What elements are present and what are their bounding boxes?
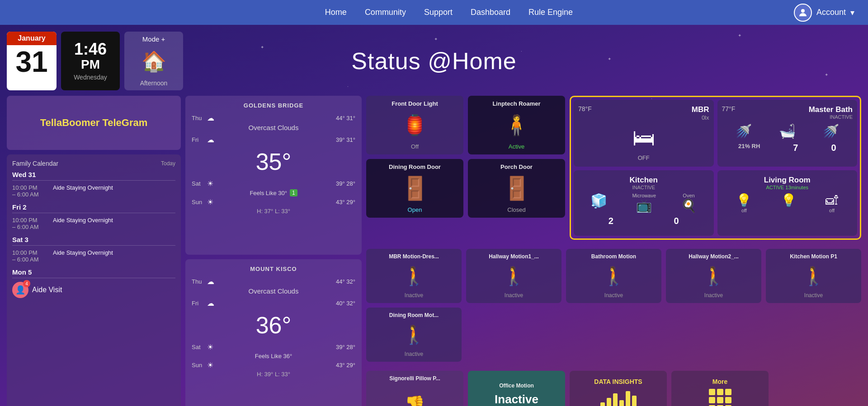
front-door-icon: 🏮 [402,109,427,141]
cal-date-mon: Mon 5 [12,268,175,278]
nav-home[interactable]: Home [325,8,347,17]
linptech-icon: 🧍 [504,109,529,141]
cal-event-1: 10:00 PM– 6:00 AM Aide Staying Overnight [12,215,175,232]
porch-door-status: Closed [507,206,525,213]
data-insights-tile[interactable]: DATA INSIGHTS [570,371,667,406]
hallway2-motion-icon: 🚶 [703,266,725,287]
dining-motion-tile[interactable]: Dining Room Mot... 🚶 Inactive [366,308,462,362]
bathroom-motion-status: Inactive [604,292,623,299]
mbr-icons: 🛏 [578,125,709,151]
master-bath-val2: 0 [831,143,836,153]
cal-avatar-row: 👤 4 Aide Visit [12,282,175,298]
porch-door-icon: 🚪 [503,172,531,205]
door-rooms-grid: Front Door Light 🏮 Off Dining Room Door … [366,96,861,240]
master-bath-rh: 21% RH [738,143,760,149]
mode-label: Mode + [142,35,165,43]
nav-dashboard[interactable]: Dashboard [471,8,510,17]
bar-6 [632,396,637,406]
more-label: More [712,378,727,385]
linptech-tile[interactable]: Linptech Roamer 🧍 Active [468,96,565,154]
bathroom-motion-icon: 🚶 [603,266,625,287]
pillow-tile[interactable]: Signorelli Pillow P... 👎 [366,371,463,406]
bathroom-motion-tile[interactable]: Bathroom Motion 🚶 Inactive [566,249,661,303]
svg-point-0 [801,9,805,13]
status-title: Status @Home [351,47,516,75]
account-chevron[interactable]: ▾ [850,8,854,18]
kitchen-motion-tile[interactable]: Kitchen Motion P1 🚶 Inactive [766,249,861,303]
hallway2-motion-status: Inactive [704,292,723,299]
master-bath-icon2: 🛁 [779,123,796,139]
account-menu[interactable]: Account ▾ [794,4,854,22]
nav-rule-engine[interactable]: Rule Engine [528,8,573,17]
bar-5 [626,391,630,406]
mbr-motion-tile[interactable]: MBR Motion-Dres... 🚶 Inactive [366,249,462,303]
mbr-temp: 78°F [578,105,592,112]
cal-avatar-badge: 4 [23,280,30,287]
weather-mk-fri: Fri ☁ 40° 32° [192,298,355,309]
bathroom-motion-label: Bathroom Motion [591,253,636,260]
dining-motion-label: Dining Room Mot... [389,312,439,318]
master-bath-icon1: 🚿 [735,123,752,139]
living-room-tile[interactable]: Living Room ACTIVE 13minutes 💡 off [717,170,858,236]
telegram-widget: TellaBoomer TeleGram [7,96,181,150]
main-grid: TellaBoomer TeleGram Family Calendar Tod… [7,96,861,406]
master-bath-val1: 7 [793,143,798,153]
pillow-icon: 👎 [405,395,425,406]
kitchen-motion-icon: 🚶 [802,266,825,287]
calendar-month: January [7,32,57,45]
cal-event-0: 10:00 PM– 6:00 AM Aide Staying Overnight [12,182,175,200]
weather-forecast-sat: Sat ☀ 39° 28° [192,178,355,189]
motion-tiles-row: MBR Motion-Dres... 🚶 Inactive Hallway Mo… [366,249,861,362]
mbr-name: MBR [692,105,709,114]
dining-room-door-tile[interactable]: Dining Room Door 🚪 Open [366,159,463,218]
living-room-sofa: 🛋 [826,193,838,208]
hallway1-motion-tile[interactable]: Hallway Motion1_... 🚶 Inactive [466,249,561,303]
weather-mk-location: MOUNT KISCO [192,266,355,272]
weather-mk-feels: Feels Like 36° [192,353,355,359]
mbr-motion-icon: 🚶 [403,266,425,287]
linptech-porch-col: Linptech Roamer 🧍 Active Porch Door 🚪 Cl… [468,96,565,240]
mbr-lux: 0lx [692,114,709,121]
porch-door-tile[interactable]: Porch Door 🚪 Closed [468,159,565,218]
mbr-room-tile[interactable]: 78°F MBR 0lx 🛏 OFF [574,100,714,167]
kitchen-tile[interactable]: Kitchen INACTIVE 🧊 Microwave 📺 [574,170,714,236]
calendar-widget: January 31 [7,32,57,90]
bar-1 [600,402,605,406]
weather-mk-temp: 36° [192,312,355,339]
dot-3 [725,389,731,395]
dot-1 [709,389,715,395]
mode-plus-icon[interactable]: + [161,35,165,43]
kitchen-val2: 0 [674,216,679,226]
nav-community[interactable]: Community [365,8,406,17]
hallway2-motion-tile[interactable]: Hallway Motion2_... 🚶 Inactive [666,249,761,303]
cal-date-sat: Sat 3 [12,236,175,246]
account-avatar [794,4,812,22]
master-bath-status: INACTIVE [809,114,853,120]
left-column: TellaBoomer TeleGram Family Calendar Tod… [7,96,181,406]
kitchen-oven-icon: 🍳 [681,198,697,213]
cal-avatar: 👤 4 [12,282,28,298]
more-tile[interactable]: More [671,371,769,406]
calendar-day: 31 [7,45,57,78]
front-door-light-tile[interactable]: Front Door Light 🏮 Off [366,96,463,154]
bottom-row: Signorelli Pillow P... 👎 Office Motion I… [366,371,861,406]
cal-date-wed: Wed 31 [12,171,175,181]
master-bath-tile[interactable]: 77°F Master Bath INACTIVE 🚿 🛁 🚿 [717,100,858,167]
front-door-label: Front Door Light [392,100,438,107]
cal-today-badge: Today [161,160,175,167]
account-label: Account [816,8,846,17]
nav-support[interactable]: Support [424,8,453,17]
cal-event-2: 10:00 PM– 6:00 AM Aide Staying Overnight [12,247,175,265]
weather-forecast-sun: Sun ☀ 43° 29° [192,196,355,208]
mode-widget[interactable]: Mode + 🏠 Afternoon [124,32,183,90]
highlighted-rooms: 78°F MBR 0lx 🛏 OFF [570,96,861,240]
office-motion-tile[interactable]: Office Motion Inactive [468,371,565,406]
dot-2 [717,389,723,395]
bar-4 [619,400,624,406]
kitchen-fridge-icon: 🧊 [590,193,607,209]
living-room-name: Living Room [722,176,853,185]
clock-time: 1:46 [74,41,107,57]
dining-motion-icon: 🚶 [403,324,425,345]
bar-chart [600,389,637,406]
office-motion-status: Inactive [495,392,538,406]
